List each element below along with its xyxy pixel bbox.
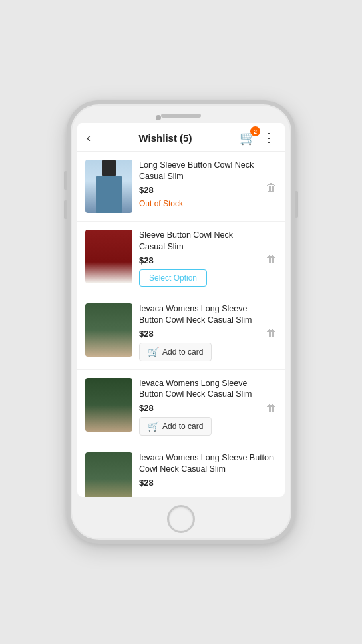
volume-up-button: [64, 171, 67, 190]
wishlist-item: Ievaca Womens Long Sleeve Button Cowl Ne…: [77, 295, 285, 370]
more-button[interactable]: ⋮: [263, 130, 275, 145]
app-header: ‹ Wishlist (5) 🛒 2 ⋮: [77, 123, 285, 152]
item-price: $28: [139, 185, 259, 195]
add-to-card-button[interactable]: 🛒 Add to card: [139, 343, 212, 361]
item-price: $28: [139, 403, 259, 413]
item-details: Sleeve Button Cowl Neck Casual Slim $28 …: [139, 230, 259, 287]
item-name: Long Sleeve Button Cowl Neck Casual Slim: [139, 160, 259, 182]
delete-button[interactable]: 🗑: [266, 251, 277, 265]
back-button[interactable]: ‹: [87, 131, 91, 145]
product-image-jeans: [85, 160, 132, 213]
add-to-card-label: Add to card: [162, 347, 203, 357]
item-details: Ievaca Womens Long Sleeve Button Cowl Ne…: [139, 303, 259, 361]
select-option-button[interactable]: Select Option: [139, 269, 207, 287]
speaker-bar: [161, 114, 201, 118]
item-name: Sleeve Button Cowl Neck Casual Slim: [139, 230, 259, 253]
product-image: [85, 452, 132, 497]
item-price: $28: [139, 255, 259, 265]
cart-button[interactable]: 🛒 2: [240, 130, 256, 146]
add-cart-icon: 🛒: [148, 347, 159, 357]
header-actions: 🛒 2 ⋮: [240, 130, 275, 146]
add-to-card-button[interactable]: 🛒 Add to card: [139, 417, 212, 436]
delete-button[interactable]: 🗑: [266, 325, 277, 339]
item-details: Ievaca Womens Long Sleeve Button Cowl Ne…: [139, 452, 277, 492]
wishlist-list: Long Sleeve Button Cowl Neck Casual Slim…: [77, 152, 285, 497]
product-image-maroon: [85, 230, 132, 283]
side-buttons-left: [64, 171, 67, 219]
item-details: Ievaca Womens Long Sleeve Button Cowl Ne…: [139, 378, 259, 436]
item-name: Ievaca Womens Long Sleeve Button Cowl Ne…: [139, 378, 259, 401]
delete-button[interactable]: 🗑: [266, 399, 277, 414]
product-image: [85, 160, 132, 213]
product-image: [85, 230, 132, 283]
page-title: Wishlist (5): [139, 132, 192, 144]
add-to-card-label: Add to card: [162, 422, 203, 431]
item-price: $28: [139, 478, 277, 488]
delete-button[interactable]: 🗑: [266, 179, 277, 194]
product-image-green2: [85, 378, 132, 432]
wishlist-item: Ievaca Womens Long Sleeve Button Cowl Ne…: [77, 370, 285, 445]
wishlist-item: Long Sleeve Button Cowl Neck Casual Slim…: [77, 152, 285, 222]
item-name: Ievaca Womens Long Sleeve Button Cowl Ne…: [139, 303, 259, 326]
item-price: $28: [139, 329, 259, 339]
home-button[interactable]: [167, 505, 195, 533]
item-details: Long Sleeve Button Cowl Neck Casual Slim…: [139, 160, 259, 208]
phone-frame: ‹ Wishlist (5) 🛒 2 ⋮ Long Sleeve Button …: [67, 100, 295, 544]
wishlist-item: Ievaca Womens Long Sleeve Button Cowl Ne…: [77, 444, 285, 497]
add-cart-icon: 🛒: [148, 421, 159, 432]
item-name: Ievaca Womens Long Sleeve Button Cowl Ne…: [139, 452, 277, 475]
item-status: Out of Stock: [139, 199, 259, 208]
product-image-green1: [85, 303, 132, 357]
cart-badge: 2: [250, 126, 260, 136]
product-image: [85, 303, 132, 357]
camera-dot: [156, 115, 161, 120]
volume-down-button: [64, 200, 67, 219]
wishlist-item: Sleeve Button Cowl Neck Casual Slim $28 …: [77, 222, 285, 295]
power-button: [295, 191, 298, 218]
phone-screen: ‹ Wishlist (5) 🛒 2 ⋮ Long Sleeve Button …: [77, 123, 285, 497]
product-image-green3: [85, 452, 132, 497]
product-image: [85, 378, 132, 432]
